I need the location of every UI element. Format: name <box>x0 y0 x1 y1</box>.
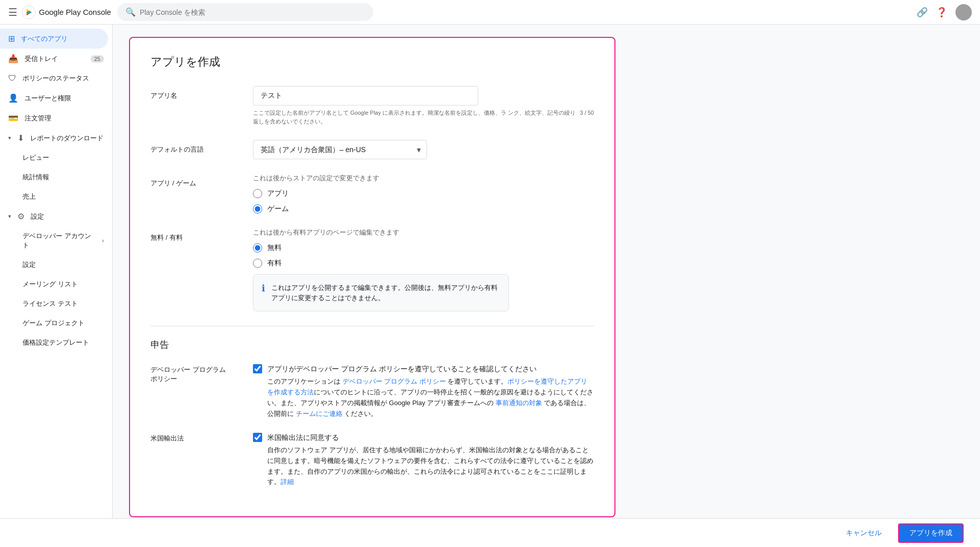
sidebar-label-mailing: メーリング リスト <box>23 280 78 289</box>
form-divider <box>151 326 594 326</box>
info-box: ℹ これはアプリを公開するまで編集できます。公開後は、無料アプリから有料アプリに… <box>253 274 509 311</box>
search-bar[interactable]: 🔍 <box>117 3 373 21</box>
topbar-right: 🔗 ❓ <box>917 4 972 20</box>
avatar[interactable] <box>955 4 972 20</box>
sidebar-label-settings: 設定 <box>31 212 44 221</box>
char-count: 3 / 50 <box>580 109 594 117</box>
sidebar-item-settings2[interactable]: 設定 <box>0 255 112 275</box>
sidebar-item-reports[interactable]: ▾ ⬇ レポートのダウンロード <box>0 128 112 148</box>
radio-free-text: 無料 <box>267 243 282 253</box>
app-game-label: アプリ / ゲーム <box>151 174 232 188</box>
sidebar-label-dev-account: デベロッパー アカウント <box>23 232 96 250</box>
advance-notice-link[interactable]: 事前通知の対象 <box>496 399 542 407</box>
sidebar-item-inbox[interactable]: 📥 受信トレイ 25 <box>0 49 112 69</box>
us-export-checkbox[interactable] <box>253 433 262 442</box>
brand-name: Google Play Console <box>39 8 111 16</box>
sidebar-label-policy: ポリシーのステータス <box>23 74 89 83</box>
default-lang-row: デフォルトの言語 英語（アメリカ合衆国）– en-US ▾ <box>151 140 594 159</box>
sidebar-label-game-project: ゲーム プロジェクト <box>23 319 84 328</box>
cancel-button[interactable]: キャンセル <box>838 524 890 542</box>
layout: ⊞ すべてのアプリ 📥 受信トレイ 25 🛡 ポリシーのステータス 👤 ユーザー… <box>0 25 980 518</box>
sidebar-label-review: レビュー <box>23 153 49 162</box>
radio-game[interactable] <box>253 204 262 214</box>
sidebar-item-sales[interactable]: 売上 <box>0 187 112 206</box>
expand-arrow-reports: ▾ <box>8 135 11 141</box>
decl-section-title: 申告 <box>151 339 594 351</box>
search-input[interactable] <box>140 8 365 16</box>
sidebar-item-orders[interactable]: 💳 注文管理 <box>0 108 112 128</box>
info-text: これはアプリを公開するまで編集できます。公開後は、無料アプリから有料アプリに変更… <box>271 283 500 303</box>
app-name-input[interactable] <box>253 86 478 106</box>
sidebar-label-license: ライセンス テスト <box>23 299 78 308</box>
us-export-row: 米国輸出法 米国輸出法に同意する 自作のソフトウェア アプリが、居住する地域や国… <box>151 432 594 488</box>
sidebar-item-users[interactable]: 👤 ユーザーと権限 <box>0 88 112 108</box>
bottom-bar: キャンセル アプリを作成 <box>0 518 980 547</box>
app-name-hint: 3 / 50 ここで設定した名前がアプリ名として Google Play に表示… <box>253 109 594 125</box>
us-export-text: 米国輸出法に同意する 自作のソフトウェア アプリが、居住する地域や国籍にかかわら… <box>267 432 594 488</box>
download-icon: ⬇ <box>17 133 24 143</box>
sidebar-label-reports: レポートのダウンロード <box>30 134 103 143</box>
free-paid-radio-group: 無料 有料 <box>253 243 594 268</box>
sidebar: ⊞ すべてのアプリ 📥 受信トレイ 25 🛡 ポリシーのステータス 👤 ユーザー… <box>0 25 113 518</box>
sidebar-label-settings2: 設定 <box>23 260 36 269</box>
sidebar-label-sales: 売上 <box>23 192 36 201</box>
radio-paid-label[interactable]: 有料 <box>253 259 594 268</box>
sidebar-label-orders: 注文管理 <box>25 114 51 123</box>
radio-game-label[interactable]: ゲーム <box>253 204 594 214</box>
sidebar-item-mailing[interactable]: メーリング リスト <box>0 275 112 294</box>
dev-program-checkbox-row: アプリがデベロッパー プログラム ポリシーを遵守していることを確認してください … <box>253 363 594 419</box>
radio-free-label[interactable]: 無料 <box>253 243 594 253</box>
sidebar-item-stats[interactable]: 統計情報 <box>0 167 112 187</box>
inbox-icon: 📥 <box>8 54 18 64</box>
radio-free[interactable] <box>253 243 262 253</box>
sidebar-item-dev-account[interactable]: デベロッパー アカウント › <box>0 226 112 255</box>
app-name-label: アプリ名 <box>151 86 232 100</box>
sidebar-label-all-apps: すべてのアプリ <box>21 34 68 44</box>
app-game-hint: これは後からストアの設定で変更できます <box>253 174 594 183</box>
sidebar-item-review[interactable]: レビュー <box>0 148 112 167</box>
contact-team-link[interactable]: チームにご連絡 <box>296 410 343 417</box>
sidebar-label-stats: 統計情報 <box>23 173 49 182</box>
radio-app-label[interactable]: アプリ <box>253 189 594 198</box>
free-paid-row: 無料 / 有料 これは後から有料アプリのページで編集できます 無料 有料 <box>151 228 594 311</box>
app-name-row: アプリ名 3 / 50 ここで設定した名前がアプリ名として Google Pla… <box>151 86 594 125</box>
create-app-button[interactable]: アプリを作成 <box>898 523 964 543</box>
sidebar-item-license[interactable]: ライセンス テスト <box>0 294 112 313</box>
dev-policy-link[interactable]: デベロッパー プログラム ポリシー <box>343 377 446 385</box>
default-lang-label: デフォルトの言語 <box>151 140 232 154</box>
help-icon[interactable]: ❓ <box>936 7 947 18</box>
sidebar-label-users: ユーザーと権限 <box>25 94 71 103</box>
link-icon[interactable]: 🔗 <box>917 7 928 18</box>
us-export-checkbox-row: 米国輸出法に同意する 自作のソフトウェア アプリが、居住する地域や国籍にかかわら… <box>253 432 594 488</box>
dev-program-text: アプリがデベロッパー プログラム ポリシーを遵守していることを確認してください … <box>267 363 594 419</box>
sidebar-item-game-project[interactable]: ゲーム プロジェクト <box>0 313 112 333</box>
main-content: アプリを作成 アプリ名 3 / 50 ここで設定した名前がアプリ名として Goo… <box>113 25 980 518</box>
default-lang-control: 英語（アメリカ合衆国）– en-US ▾ <box>253 140 594 159</box>
chevron-right-icon: › <box>102 237 104 244</box>
sidebar-item-price-template[interactable]: 価格設定テンプレート <box>0 333 112 352</box>
sidebar-item-all-apps[interactable]: ⊞ すべてのアプリ <box>0 29 108 49</box>
radio-paid-text: 有料 <box>267 259 282 268</box>
app-game-radio-group: アプリ ゲーム <box>253 189 594 214</box>
app-game-row: アプリ / ゲーム これは後からストアの設定で変更できます アプリ ゲーム <box>151 174 594 214</box>
radio-paid[interactable] <box>253 259 262 268</box>
lang-select[interactable]: 英語（アメリカ合衆国）– en-US <box>253 140 427 159</box>
us-export-control: 米国輸出法に同意する 自作のソフトウェア アプリが、居住する地域や国籍にかかわら… <box>253 432 594 488</box>
radio-game-text: ゲーム <box>267 204 289 214</box>
sidebar-item-policy[interactable]: 🛡 ポリシーのステータス <box>0 69 112 88</box>
sidebar-item-settings[interactable]: ▾ ⚙ 設定 <box>0 206 112 226</box>
dev-program-checkbox[interactable] <box>253 364 262 373</box>
menu-icon[interactable]: ☰ <box>8 6 17 18</box>
brand-logo: Google Play Console <box>22 5 111 19</box>
dev-program-label: デベロッパー プログラム ポリシー <box>151 363 232 384</box>
app-name-control: 3 / 50 ここで設定した名前がアプリ名として Google Play に表示… <box>253 86 594 125</box>
topbar: ☰ Google Play Console 🔍 🔗 ❓ <box>0 0 980 25</box>
free-paid-control: これは後から有料アプリのページで編集できます 無料 有料 ℹ これ <box>253 228 594 311</box>
detail-link[interactable]: 詳細 <box>281 478 294 486</box>
us-export-label: 米国輸出法 <box>151 432 232 443</box>
radio-app[interactable] <box>253 189 262 198</box>
info-icon: ℹ <box>262 283 265 294</box>
lang-select-wrapper: 英語（アメリカ合衆国）– en-US ▾ <box>253 140 427 159</box>
radio-app-text: アプリ <box>267 189 289 198</box>
play-logo-icon <box>22 5 36 19</box>
